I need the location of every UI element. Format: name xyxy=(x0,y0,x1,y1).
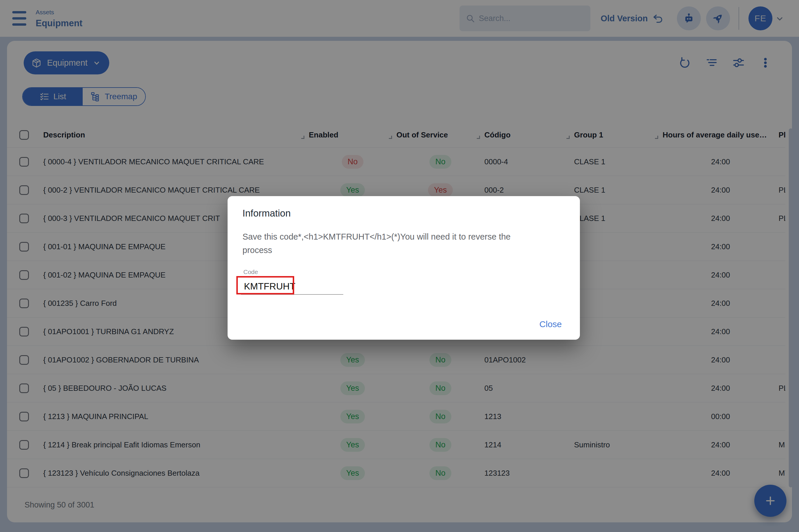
dialog-message: Save this code*,<h1>KMTFRUHT</h1>(*)You … xyxy=(242,230,523,257)
code-field-label: Code xyxy=(243,268,566,276)
code-field-wrap xyxy=(242,276,566,299)
information-dialog: Information Save this code*,<h1>KMTFRUHT… xyxy=(228,196,580,340)
close-button[interactable]: Close xyxy=(534,316,566,333)
code-input[interactable] xyxy=(241,279,343,295)
dialog-title: Information xyxy=(242,208,566,219)
